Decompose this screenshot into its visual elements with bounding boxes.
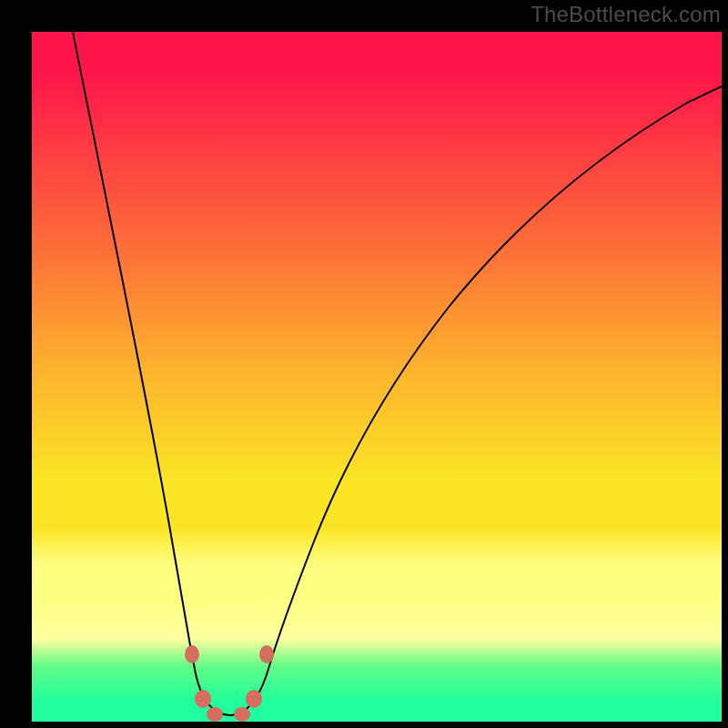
marker-dot [246,690,262,708]
marker-dot [207,707,223,722]
plot-area [32,32,722,722]
curve-right-branch [241,86,722,713]
marker-dot [234,707,250,722]
curve-plot [32,32,722,722]
marker-dot [195,690,211,708]
chart-frame: TheBottleneck.com [0,0,728,728]
marker-dot [185,645,199,663]
marker-dot [259,645,274,663]
curve-left-branch [73,32,218,713]
watermark-text: TheBottleneck.com [531,2,721,27]
